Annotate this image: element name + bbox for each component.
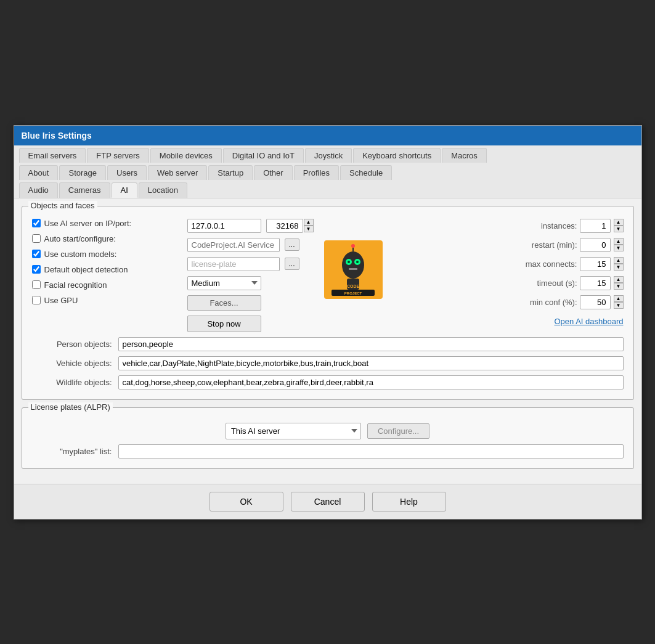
facial-recognition-row: Facial recognition [32,280,180,290]
tab-storage[interactable]: Storage [59,165,106,180]
ip-input[interactable] [187,219,261,233]
myplates-input[interactable] [118,444,624,459]
person-objects-input[interactable] [118,337,624,351]
objects-faces-title: Objects and faces [28,201,97,210]
tab-cameras[interactable]: Cameras [59,182,110,198]
min-conf-input[interactable] [580,295,611,309]
tab-email-servers[interactable]: Email servers [19,148,86,163]
objects-faces-section: Objects and faces Use AI server on IP/po… [22,206,634,400]
tab-other[interactable]: Other [254,165,293,180]
tabs-row-3: Audio Cameras AI Location [14,180,641,198]
use-ai-server-checkbox[interactable] [32,219,41,227]
open-ai-dashboard-link[interactable]: Open AI dashboard [554,317,623,326]
custom-models-input-row: ... [187,257,317,271]
tab-users[interactable]: Users [107,165,147,180]
auto-start-row: Auto start/configure: [32,234,180,243]
tabs-container: Email servers FTP servers Mobile devices… [14,145,641,198]
max-connects-label: max connects: [526,259,577,269]
alpr-configure-button[interactable]: Configure... [367,423,429,439]
ok-button[interactable]: OK [210,492,283,512]
max-connects-row: max connects: ▲ ▼ [525,257,624,271]
use-gpu-row: Use GPU [32,296,180,305]
max-connects-input[interactable] [580,257,611,271]
min-conf-row: min conf (%): ▲ ▼ [525,295,624,309]
tab-schedule[interactable]: Schedule [340,165,392,180]
timeout-spin-down[interactable]: ▼ [614,283,624,290]
max-connects-spin-up[interactable]: ▲ [614,257,624,264]
use-gpu-label: Use GPU [32,296,168,305]
stop-now-button[interactable]: Stop now [187,316,261,332]
wildlife-objects-label: Wildlife objects: [32,378,112,387]
facial-recognition-label: Facial recognition [32,280,168,290]
tab-ftp-servers[interactable]: FTP servers [87,148,149,163]
port-spinner: ▲ ▼ [304,219,314,232]
auto-start-label: Auto start/configure: [32,234,168,243]
restart-row: restart (min): ▲ ▼ [525,238,624,252]
footer: OK Cancel Help [14,484,641,519]
faces-button-row: Faces... [187,295,317,311]
restart-spin-up[interactable]: ▲ [614,238,624,245]
license-plates-title: License plates (ALPR) [28,402,113,412]
restart-label: restart (min): [532,240,577,250]
vehicle-objects-label: Vehicle objects: [32,359,112,368]
tab-profiles[interactable]: Profiles [294,165,339,180]
tab-web-server[interactable]: Web server [148,165,207,180]
port-spin-down[interactable]: ▼ [304,226,314,232]
port-wrapper: ▲ ▼ [266,219,314,233]
custom-models-input[interactable] [187,257,280,271]
content-area: Objects and faces Use AI server on IP/po… [14,198,641,484]
svg-text:PROJECT: PROJECT [344,291,362,295]
wildlife-objects-input[interactable] [118,375,624,389]
timeout-spin-up[interactable]: ▲ [614,276,624,283]
instances-label: instances: [541,221,577,230]
default-object-detection-checkbox[interactable] [32,265,41,274]
custom-models-ellipsis-button[interactable]: ... [285,258,299,270]
tab-keyboard-shortcuts[interactable]: Keyboard shortcuts [353,148,441,163]
help-button[interactable]: Help [372,492,446,512]
tab-digital-io[interactable]: Digital IO and IoT [223,148,304,163]
tabs-row-2: About Storage Users Web server Startup O… [14,163,641,180]
use-custom-models-row: Use custom models: [32,250,180,259]
tab-ai[interactable]: AI [112,182,137,198]
tab-joystick[interactable]: Joystick [305,148,352,163]
max-connects-spin-down[interactable]: ▼ [614,264,624,271]
ip-port-row: ▲ ▼ [187,219,317,233]
myplates-label: "myplates" list: [32,447,112,456]
cancel-button[interactable]: Cancel [291,492,365,512]
faces-button[interactable]: Faces... [187,295,261,311]
use-custom-models-checkbox[interactable] [32,250,41,258]
restart-spin-down[interactable]: ▼ [614,245,624,251]
use-gpu-checkbox[interactable] [32,296,41,304]
main-window: Blue Iris Settings Email servers FTP ser… [14,125,642,520]
instances-spin-up[interactable]: ▲ [614,219,624,226]
detection-select-row: Medium Low High [187,276,317,290]
use-custom-models-label: Use custom models: [32,250,168,259]
detection-select[interactable]: Medium Low High [187,276,261,290]
min-conf-spin-up[interactable]: ▲ [614,295,624,302]
tab-audio[interactable]: Audio [19,182,58,198]
instances-spin-down[interactable]: ▼ [614,226,624,232]
alpr-server-select[interactable]: This AI server External server [226,423,361,439]
auto-start-ellipsis-button[interactable]: ... [285,238,299,251]
alpr-select-wrapper: This AI server External server [226,423,361,439]
tab-macros[interactable]: Macros [442,148,487,163]
facial-recognition-checkbox[interactable] [32,280,41,289]
tab-mobile-devices[interactable]: Mobile devices [150,148,222,163]
instances-input[interactable] [580,219,611,233]
title-bar: Blue Iris Settings [14,126,641,145]
tab-startup[interactable]: Startup [208,165,253,180]
tab-location[interactable]: Location [139,182,187,198]
restart-input[interactable] [580,238,611,252]
port-input[interactable] [266,219,303,233]
vehicle-objects-input[interactable] [118,356,624,370]
myplates-row: "myplates" list: [32,444,624,459]
use-ai-server-label: Use AI server on IP/port: [32,219,168,228]
port-spin-up[interactable]: ▲ [304,219,314,226]
min-conf-spin-down[interactable]: ▼ [614,302,624,309]
wildlife-objects-row: Wildlife objects: [32,375,624,389]
timeout-input[interactable] [580,276,611,290]
tab-about[interactable]: About [19,165,59,180]
auto-start-checkbox[interactable] [32,234,41,243]
auto-start-input[interactable] [187,238,280,252]
default-object-detection-label: Default object detection [32,265,168,274]
